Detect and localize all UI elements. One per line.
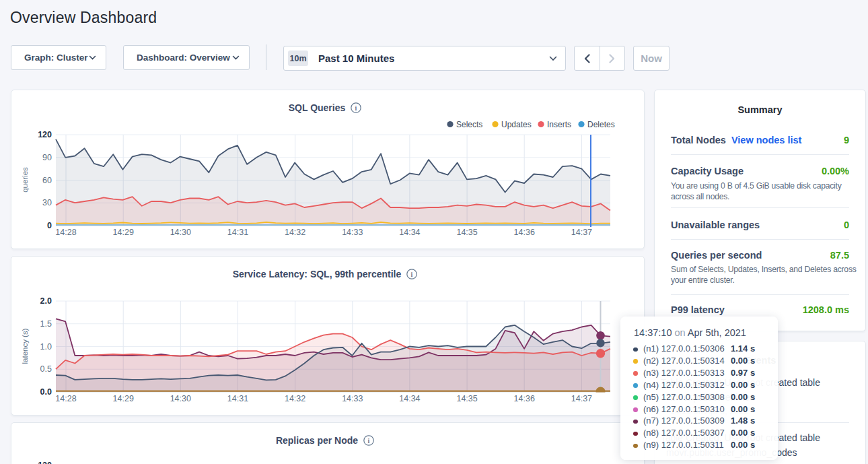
svg-text:1.5: 1.5 [40,319,52,329]
svg-text:14:29: 14:29 [113,228,134,237]
svg-text:14:32: 14:32 [285,394,305,403]
svg-text:14:31: 14:31 [227,228,248,237]
svg-text:14:37: 14:37 [571,394,592,403]
svg-text:14:33: 14:33 [342,228,363,237]
svg-text:14:28: 14:28 [55,394,76,403]
svg-text:14:32: 14:32 [285,228,305,237]
svg-text:14:28: 14:28 [55,228,76,237]
svg-text:latency (s): latency (s) [21,328,29,364]
svg-text:i: i [355,104,357,112]
svg-text:14:34: 14:34 [399,228,420,237]
svg-text:14:36: 14:36 [514,228,535,237]
svg-text:14:35: 14:35 [456,228,477,237]
svg-text:1.0: 1.0 [40,342,52,352]
svg-text:queries: queries [21,167,29,193]
svg-text:30: 30 [42,198,52,207]
svg-text:Inserts: Inserts [547,120,571,129]
svg-text:14:31: 14:31 [227,394,248,403]
svg-text:2.0: 2.0 [40,296,52,306]
svg-text:14:34: 14:34 [399,394,420,403]
svg-text:Deletes: Deletes [587,120,615,129]
svg-text:14:33: 14:33 [342,394,363,403]
svg-text:14:37: 14:37 [571,228,592,237]
svg-text:120: 120 [38,130,52,139]
svg-text:0.0: 0.0 [40,387,52,397]
svg-text:14:36: 14:36 [514,394,535,403]
svg-text:90: 90 [42,153,52,162]
svg-text:0.5: 0.5 [40,364,52,374]
svg-text:14:30: 14:30 [170,228,191,237]
svg-text:i: i [368,437,370,444]
svg-text:14:29: 14:29 [113,394,134,403]
svg-text:Selects: Selects [456,120,482,129]
svg-text:60: 60 [42,176,52,185]
svg-text:14:35: 14:35 [456,394,477,403]
svg-text:0: 0 [47,221,52,230]
svg-text:Updates: Updates [501,120,532,129]
svg-text:120: 120 [38,461,52,464]
svg-text:14:30: 14:30 [170,394,191,403]
svg-text:i: i [411,271,413,278]
